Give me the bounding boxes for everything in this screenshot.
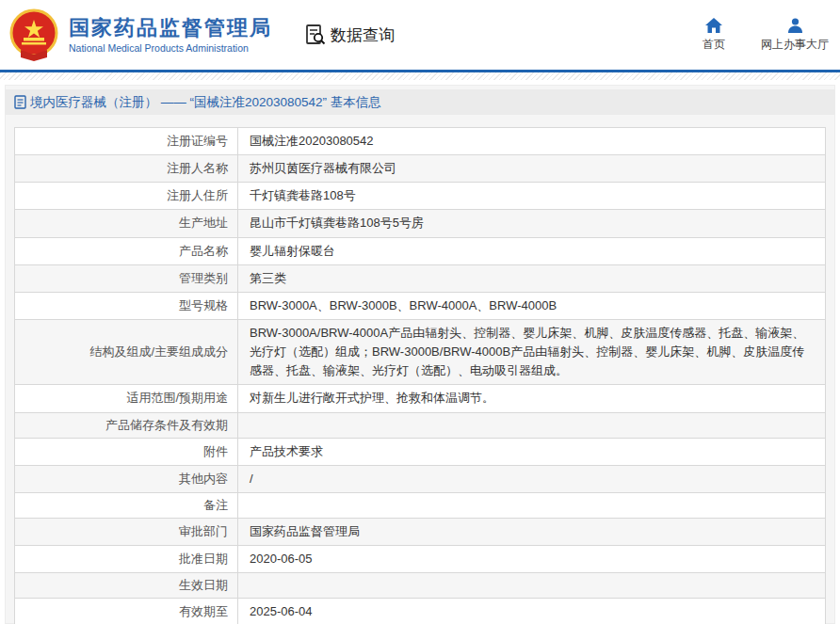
table-row-management-class: 管理类别 第三类 bbox=[15, 264, 825, 292]
row-label: 有效期至 bbox=[15, 599, 238, 624]
page-title-text: 境内医疗器械（注册） —— “国械注准20203080542” 基本信息 bbox=[30, 94, 381, 111]
table-row-remark: 备注 bbox=[15, 492, 825, 518]
row-label: 适用范围/预期用途 bbox=[15, 385, 238, 411]
row-value: 婴儿辐射保暖台 bbox=[238, 238, 825, 264]
nav-service-hall-label: 网上办事大厅 bbox=[761, 37, 829, 53]
registration-detail-table: 注册证编号 国械注准20203080542 注册人名称 苏州贝茵医疗器械有限公司… bbox=[14, 127, 826, 624]
row-value: 国械注准20203080542 bbox=[238, 128, 825, 154]
table-row-registrant-address: 注册人住所 千灯镇龚巷路108号 bbox=[15, 182, 825, 209]
row-label: 注册人名称 bbox=[15, 155, 238, 182]
row-value bbox=[238, 413, 825, 438]
row-value: 2020-06-05 bbox=[238, 546, 825, 572]
row-value: BRW-3000A/BRW-4000A产品由辐射头、控制器、婴儿床架、机脚、皮肤… bbox=[238, 320, 825, 384]
org-name-en: National Medical Products Administration bbox=[69, 42, 272, 54]
row-value: 2025-06-04 bbox=[238, 599, 825, 624]
row-value bbox=[238, 573, 825, 598]
page-title: 境内医疗器械（注册） —— “国械注准20203080542” 基本信息 bbox=[6, 89, 834, 115]
row-value: 国家药品监督管理局 bbox=[238, 519, 825, 545]
table-row-other-content: 其他内容 / bbox=[15, 465, 825, 492]
data-query-tab[interactable]: 数据查询 bbox=[304, 24, 395, 46]
row-value: 千灯镇龚巷路108号 bbox=[238, 183, 825, 209]
table-row-intended-use: 适用范围/预期用途 对新生儿进行敞开式护理、抢救和体温调节。 bbox=[15, 384, 825, 411]
row-label: 生效日期 bbox=[15, 573, 238, 598]
home-icon bbox=[705, 18, 722, 33]
table-row-approval-department: 审批部门 国家药品监督管理局 bbox=[15, 518, 825, 545]
table-row-expiry-date: 有效期至 2025-06-04 bbox=[15, 598, 825, 624]
document-search-icon bbox=[304, 24, 327, 46]
row-label: 附件 bbox=[15, 439, 238, 465]
row-value: 产品技术要求 bbox=[238, 439, 825, 465]
table-row-model-spec: 型号规格 BRW-3000A、BRW-3000B、BRW-4000A、BRW-4… bbox=[15, 292, 825, 319]
table-row-registrant-name: 注册人名称 苏州贝茵医疗器械有限公司 bbox=[15, 154, 825, 182]
nav-home[interactable]: 首页 bbox=[695, 18, 733, 53]
row-label: 备注 bbox=[15, 493, 238, 518]
row-value bbox=[238, 493, 825, 518]
site-header: 国家药品监督管理局 National Medical Products Admi… bbox=[0, 0, 840, 70]
row-label: 产品名称 bbox=[15, 238, 238, 264]
row-value: 对新生儿进行敞开式护理、抢救和体温调节。 bbox=[238, 385, 825, 411]
row-value: / bbox=[238, 466, 825, 492]
table-row-storage-validity: 产品储存条件及有效期 bbox=[15, 412, 825, 438]
table-row-attachment: 附件 产品技术要求 bbox=[15, 438, 825, 465]
table-row-reg-number: 注册证编号 国械注准20203080542 bbox=[15, 128, 825, 154]
row-label: 结构及组成/主要组成成分 bbox=[15, 320, 238, 384]
table-row-product-name: 产品名称 婴儿辐射保暖台 bbox=[15, 237, 825, 264]
hatch-texture bbox=[0, 72, 840, 80]
table-row-effective-date: 生效日期 bbox=[15, 572, 825, 598]
data-query-label: 数据查询 bbox=[331, 24, 395, 46]
table-row-approval-date: 批准日期 2020-06-05 bbox=[15, 545, 825, 572]
nav-home-label: 首页 bbox=[703, 37, 725, 53]
site-logo[interactable]: 国家药品监督管理局 National Medical Products Admi… bbox=[8, 8, 272, 61]
row-label: 注册证编号 bbox=[15, 128, 238, 154]
row-label: 其他内容 bbox=[15, 466, 238, 492]
person-icon bbox=[787, 18, 803, 33]
row-value: 第三类 bbox=[238, 265, 825, 292]
row-label: 批准日期 bbox=[15, 546, 238, 572]
row-label: 审批部门 bbox=[15, 519, 238, 545]
document-icon bbox=[14, 95, 26, 109]
row-label: 管理类别 bbox=[15, 265, 238, 292]
row-value: BRW-3000A、BRW-3000B、BRW-4000A、BRW-4000B bbox=[238, 293, 825, 319]
row-value: 昆山市千灯镇龚巷路108号5号房 bbox=[238, 210, 825, 236]
row-label: 注册人住所 bbox=[15, 183, 238, 209]
row-label: 型号规格 bbox=[15, 293, 238, 319]
row-label: 产品储存条件及有效期 bbox=[15, 413, 238, 438]
table-row-production-address: 生产地址 昆山市千灯镇龚巷路108号5号房 bbox=[15, 209, 825, 236]
row-value: 苏州贝茵医疗器械有限公司 bbox=[238, 155, 825, 182]
nav-service-hall[interactable]: 网上办事大厅 bbox=[761, 18, 829, 53]
top-nav: 首页 网上办事大厅 bbox=[695, 18, 829, 53]
org-name-cn: 国家药品监督管理局 bbox=[69, 16, 272, 40]
content-panel: 境内医疗器械（注册） —— “国械注准20203080542” 基本信息 注册证… bbox=[5, 85, 835, 624]
table-row-structure-composition: 结构及组成/主要组成成分 BRW-3000A/BRW-4000A产品由辐射头、控… bbox=[15, 319, 825, 384]
row-label: 生产地址 bbox=[15, 210, 238, 236]
national-emblem-icon bbox=[8, 8, 60, 61]
